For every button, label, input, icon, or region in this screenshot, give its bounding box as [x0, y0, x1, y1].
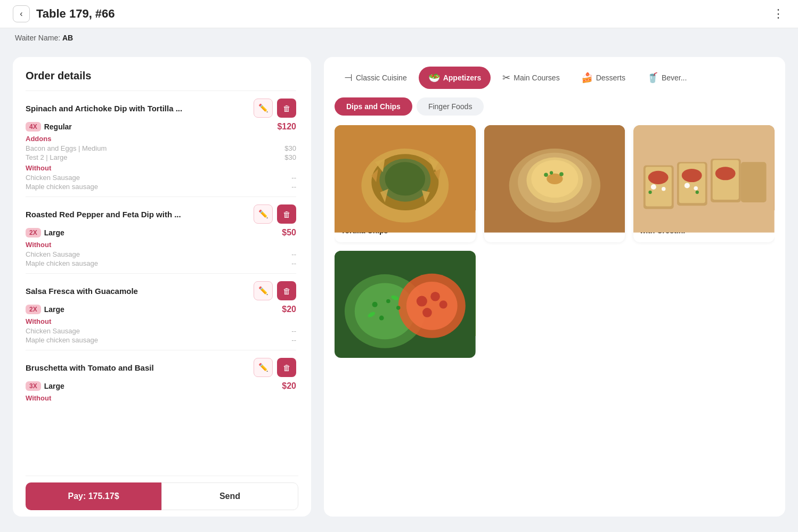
- pay-button[interactable]: Pay: 175.17$: [26, 482, 161, 510]
- waiter-label: Waiter Name:: [15, 34, 60, 42]
- order-item-3-header: Salsa Fresca with Guacamole ✏️ 🗑: [26, 281, 296, 300]
- menu-card-spinach-dip[interactable]: Spinach and Artichoke Dip with Tortilla …: [335, 125, 476, 242]
- order-item-4-price: $20: [282, 381, 296, 391]
- menu-card-salsa[interactable]: Salsa Fresca with Guacamole: [335, 251, 476, 358]
- svg-point-30: [715, 167, 736, 180]
- back-button[interactable]: ‹: [13, 5, 30, 22]
- order-item-4: Bruschetta with Tomato and Basil ✏️ 🗑 3X…: [26, 350, 296, 408]
- edit-item-2-button[interactable]: ✏️: [254, 204, 273, 224]
- appetizers-icon: 🥗: [428, 72, 440, 84]
- order-item-3-name: Salsa Fresca with Guacamole: [26, 287, 254, 296]
- delete-item-3-button[interactable]: 🗑: [277, 281, 296, 300]
- without-row-4: Maple chicken sausage --: [26, 259, 296, 268]
- edit-item-3-button[interactable]: ✏️: [254, 281, 273, 300]
- svg-point-46: [372, 302, 378, 307]
- delete-item-1-button[interactable]: 🗑: [277, 99, 296, 118]
- without-6-name: Maple chicken sausage: [26, 336, 98, 344]
- order-item-2-name: Roasted Red Pepper and Feta Dip with ...: [26, 210, 254, 219]
- order-item-3-size: Large: [44, 305, 64, 314]
- svg-point-4: [385, 162, 426, 195]
- menu-card-hummus[interactable]: Classic Hummus with Pita Bread: [484, 125, 625, 242]
- order-item-4-actions: ✏️ 🗑: [254, 358, 296, 377]
- addon-1-name: Bacon and Eggs | Medium: [26, 144, 107, 152]
- order-item-4-name: Bruschetta with Tomato and Basil: [26, 363, 254, 372]
- food-svg-2: [484, 125, 625, 233]
- order-item-3-qty-row: 2X Large $20: [26, 305, 296, 314]
- svg-point-18: [550, 171, 553, 174]
- without-4-name: Maple chicken sausage: [26, 259, 98, 267]
- addon-2-price: $30: [284, 153, 296, 161]
- without-4-value: --: [291, 259, 296, 267]
- svg-point-42: [417, 296, 427, 306]
- order-item-1-without-label: Without: [26, 164, 296, 172]
- tab-main-courses-label: Main Courses: [514, 73, 559, 82]
- tab-desserts[interactable]: 🍰 Desserts: [572, 67, 635, 89]
- without-6-value: --: [291, 336, 296, 344]
- food-svg-4: [335, 251, 476, 358]
- order-item-1-qty-badge: 4X Regular: [26, 122, 72, 132]
- order-item-1-qty: 4X: [26, 122, 41, 132]
- desserts-icon: 🍰: [581, 72, 593, 84]
- order-item-2-without-label: Without: [26, 241, 296, 249]
- addon-row-2: Test 2 | Large $30: [26, 153, 296, 162]
- order-item-4-qty-row: 3X Large $20: [26, 381, 296, 391]
- without-5-value: --: [291, 327, 296, 335]
- order-item-4-qty-badge: 3X Large: [26, 381, 64, 391]
- main-courses-icon: ✂: [502, 72, 510, 84]
- order-item-4-without-label: Without: [26, 394, 296, 402]
- without-row-6: Maple chicken sausage --: [26, 335, 296, 345]
- addon-row-1: Bacon and Eggs | Medium $30: [26, 144, 296, 153]
- send-button[interactable]: Send: [161, 482, 298, 510]
- without-2-value: --: [291, 183, 296, 191]
- order-item-2-qty-row: 2X Large $50: [26, 228, 296, 238]
- order-item-1: Spinach and Artichoke Dip with Tortilla …: [26, 91, 296, 197]
- svg-point-28: [648, 171, 669, 184]
- main-layout: Order details Spinach and Artichoke Dip …: [0, 47, 798, 526]
- order-item-3-price: $20: [282, 305, 296, 314]
- order-footer: Pay: 175.17$ Send: [26, 476, 298, 517]
- waiter-name: AB: [62, 34, 73, 42]
- svg-point-47: [386, 299, 390, 304]
- order-item-3-qty-badge: 2X Large: [26, 305, 64, 314]
- delete-item-4-button[interactable]: 🗑: [277, 358, 296, 377]
- order-item-1-size: Regular: [44, 122, 72, 131]
- tab-classic-cuisine[interactable]: ⊣ Classic Cuisine: [335, 67, 417, 89]
- menu-card-salsa-image: [335, 251, 476, 336]
- without-row-5: Chicken Sausage --: [26, 326, 296, 335]
- order-panel-title: Order details: [26, 70, 298, 82]
- order-item-1-name: Spinach and Artichoke Dip with Tortilla …: [26, 104, 254, 113]
- without-1-value: --: [291, 174, 296, 182]
- beverages-icon: 🥤: [647, 72, 658, 84]
- order-item-4-size: Large: [44, 382, 64, 390]
- menu-card-red-pepper-dip[interactable]: Roasted Red Pepper and Feta Dip with Cro…: [633, 125, 775, 242]
- more-options-button[interactable]: ⋮: [772, 7, 785, 21]
- svg-rect-27: [741, 162, 767, 202]
- svg-point-41: [406, 282, 458, 330]
- sub-tab-dips[interactable]: Dips and Chips: [335, 97, 412, 116]
- svg-point-19: [559, 172, 564, 176]
- menu-panel: ⊣ Classic Cuisine 🥗 Appetizers ✂ Main Co…: [324, 57, 785, 517]
- tab-beverages[interactable]: 🥤 Bever...: [637, 67, 696, 89]
- svg-point-48: [379, 315, 384, 320]
- menu-card-red-pepper-dip-image: [633, 125, 775, 210]
- tab-main-courses[interactable]: ✂ Main Courses: [493, 67, 569, 89]
- tab-appetizers[interactable]: 🥗 Appetizers: [419, 67, 491, 89]
- svg-point-34: [694, 186, 698, 191]
- order-item-2-size: Large: [44, 228, 64, 237]
- order-item-3: Salsa Fresca with Guacamole ✏️ 🗑 2X Larg…: [26, 273, 296, 350]
- edit-item-4-button[interactable]: ✏️: [254, 358, 273, 377]
- without-3-value: --: [291, 250, 296, 258]
- sub-tab-finger-foods[interactable]: Finger Foods: [417, 97, 484, 116]
- order-item-3-qty: 2X: [26, 305, 41, 314]
- delete-item-2-button[interactable]: 🗑: [277, 204, 296, 224]
- svg-point-44: [439, 300, 447, 308]
- header-left: ‹ Table 179, #66: [13, 5, 115, 22]
- tab-classic-cuisine-label: Classic Cuisine: [356, 73, 407, 82]
- order-item-3-without-label: Without: [26, 317, 296, 325]
- without-row-1: Chicken Sausage --: [26, 173, 296, 182]
- edit-item-1-button[interactable]: ✏️: [254, 99, 273, 118]
- order-item-2-qty: 2X: [26, 228, 41, 238]
- food-svg-3: [633, 125, 775, 233]
- order-panel: Order details Spinach and Artichoke Dip …: [13, 57, 311, 517]
- svg-point-17: [544, 173, 548, 177]
